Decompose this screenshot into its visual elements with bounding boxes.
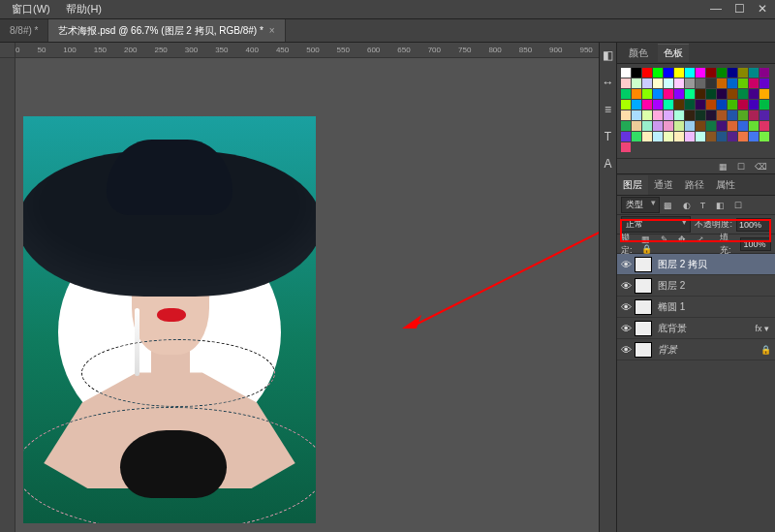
- swatch[interactable]: [738, 78, 748, 88]
- swatch[interactable]: [653, 100, 663, 110]
- swatch[interactable]: [632, 110, 641, 120]
- swatch[interactable]: [685, 68, 695, 78]
- swatch[interactable]: [728, 110, 737, 120]
- tab-paths[interactable]: 路径: [679, 175, 710, 195]
- visibility-toggle-icon[interactable]: 👁: [617, 280, 635, 292]
- visibility-toggle-icon[interactable]: 👁: [617, 259, 635, 270]
- swatch[interactable]: [696, 121, 705, 131]
- layer-row[interactable]: 👁椭圆 1: [617, 297, 775, 318]
- document-tab-inactive[interactable]: 8/8#) *: [0, 19, 48, 42]
- swatch[interactable]: [749, 121, 759, 131]
- swatch[interactable]: [642, 110, 652, 120]
- swatch[interactable]: [717, 89, 727, 99]
- swatch[interactable]: [632, 78, 641, 88]
- swatch[interactable]: [674, 121, 684, 131]
- maximize-button[interactable]: ☐: [732, 2, 746, 16]
- swatch[interactable]: [696, 132, 705, 141]
- swatch[interactable]: [685, 100, 695, 110]
- swatch[interactable]: [642, 121, 652, 131]
- swatch[interactable]: [642, 89, 652, 99]
- swatch[interactable]: [760, 110, 769, 120]
- swatch[interactable]: [717, 121, 727, 131]
- swatch[interactable]: [685, 121, 695, 131]
- swatch[interactable]: [653, 110, 663, 120]
- swatch[interactable]: [685, 89, 695, 99]
- swatch[interactable]: [696, 68, 705, 78]
- panel-strip-icon[interactable]: ↔: [602, 76, 615, 89]
- swatch-new-icon[interactable]: ☐: [737, 162, 745, 172]
- swatch[interactable]: [632, 89, 641, 99]
- filter-icons[interactable]: ▩ ◐ T ◧ ☐: [664, 201, 746, 210]
- panel-strip-icon[interactable]: ≡: [602, 103, 615, 116]
- layer-list[interactable]: 👁图层 2 拷贝👁图层 2👁椭圆 1👁底背景fx ▾👁背景🔒: [617, 254, 775, 532]
- swatch[interactable]: [664, 78, 673, 88]
- swatch[interactable]: [621, 110, 631, 120]
- swatch[interactable]: [621, 121, 631, 131]
- swatch[interactable]: [674, 78, 684, 88]
- swatch[interactable]: [706, 100, 716, 110]
- swatch[interactable]: [717, 132, 727, 141]
- swatch[interactable]: [642, 100, 652, 110]
- swatch[interactable]: [674, 68, 684, 78]
- swatch[interactable]: [696, 89, 705, 99]
- swatch[interactable]: [621, 100, 631, 110]
- swatch[interactable]: [674, 132, 684, 141]
- swatch[interactable]: [642, 132, 652, 141]
- swatch[interactable]: [749, 132, 759, 141]
- swatch[interactable]: [621, 78, 631, 88]
- opacity-input[interactable]: 100%: [736, 218, 771, 232]
- swatch[interactable]: [717, 100, 727, 110]
- layer-thumbnail[interactable]: [635, 342, 652, 358]
- layer-row[interactable]: 👁底背景fx ▾: [617, 318, 775, 339]
- tab-channels[interactable]: 通道: [648, 175, 679, 195]
- swatch[interactable]: [738, 110, 748, 120]
- swatch[interactable]: [728, 121, 737, 131]
- swatch[interactable]: [706, 78, 716, 88]
- swatch[interactable]: [728, 89, 737, 99]
- swatch[interactable]: [696, 100, 705, 110]
- swatch[interactable]: [685, 132, 695, 141]
- swatch[interactable]: [664, 100, 673, 110]
- swatch[interactable]: [621, 89, 631, 99]
- swatch[interactable]: [760, 89, 769, 99]
- swatch[interactable]: [621, 68, 631, 78]
- swatches-grid[interactable]: [617, 64, 775, 158]
- visibility-toggle-icon[interactable]: 👁: [617, 301, 635, 313]
- swatch[interactable]: [642, 68, 652, 78]
- swatch[interactable]: [749, 68, 759, 78]
- swatch[interactable]: [632, 100, 641, 110]
- swatch[interactable]: [706, 110, 716, 120]
- swatch[interactable]: [738, 132, 748, 141]
- swatch[interactable]: [760, 100, 769, 110]
- canvas-document[interactable]: [23, 116, 316, 523]
- swatch[interactable]: [632, 132, 641, 141]
- swatch-delete-icon[interactable]: ⌫: [755, 162, 767, 172]
- swatch[interactable]: [685, 110, 695, 120]
- swatch[interactable]: [728, 78, 737, 88]
- close-button[interactable]: ✕: [756, 2, 769, 16]
- swatch[interactable]: [706, 132, 716, 141]
- layer-row[interactable]: 👁图层 2 拷贝: [617, 254, 775, 275]
- swatch[interactable]: [749, 78, 759, 88]
- menu-window[interactable]: 窗口(W): [4, 0, 58, 18]
- swatch-grid-icon[interactable]: ▦: [719, 162, 728, 172]
- swatch[interactable]: [696, 110, 705, 120]
- swatch[interactable]: [717, 110, 727, 120]
- swatch[interactable]: [717, 68, 727, 78]
- panel-strip-icon[interactable]: A: [602, 157, 615, 171]
- swatch[interactable]: [653, 78, 663, 88]
- layer-thumbnail[interactable]: [635, 321, 652, 336]
- blend-mode-select[interactable]: 正常: [621, 216, 691, 233]
- panel-strip-icon[interactable]: T: [602, 130, 615, 143]
- swatch[interactable]: [760, 68, 769, 78]
- tab-swatches[interactable]: 色板: [658, 44, 689, 62]
- lock-icons[interactable]: ▦ ✎ ✥ ⤢ 🔒: [641, 235, 716, 254]
- swatch[interactable]: [738, 121, 748, 131]
- swatch[interactable]: [749, 89, 759, 99]
- tab-properties[interactable]: 属性: [710, 175, 741, 195]
- swatch[interactable]: [653, 121, 663, 131]
- swatch[interactable]: [642, 78, 652, 88]
- swatch[interactable]: [653, 132, 663, 141]
- swatch[interactable]: [706, 68, 716, 78]
- canvas-area[interactable]: 0501001502002503003504004505005506006507…: [0, 43, 599, 532]
